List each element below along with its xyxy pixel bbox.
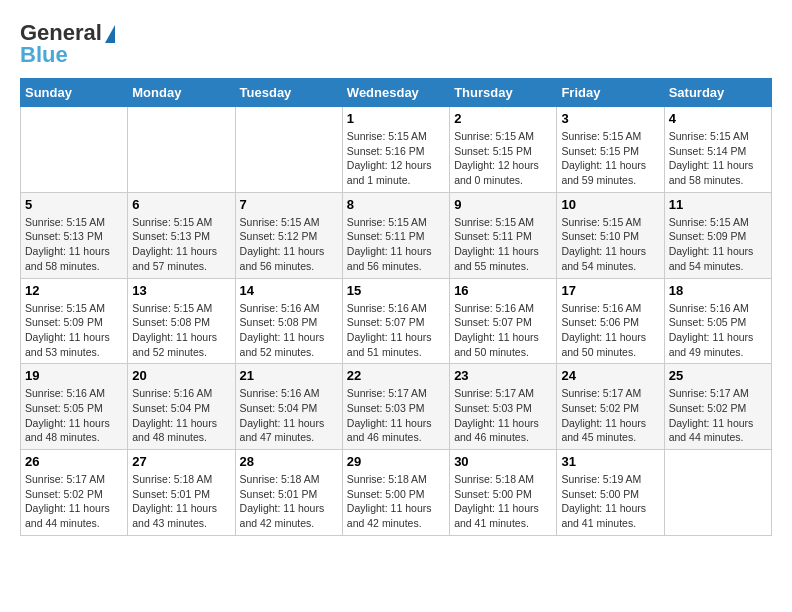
day-number: 5 <box>25 197 123 212</box>
day-number: 25 <box>669 368 767 383</box>
calendar-cell: 18Sunrise: 5:16 AMSunset: 5:05 PMDayligh… <box>664 278 771 364</box>
day-info: Sunrise: 5:15 AMSunset: 5:13 PMDaylight:… <box>25 215 123 274</box>
calendar-cell <box>235 107 342 193</box>
day-number: 19 <box>25 368 123 383</box>
day-info: Sunrise: 5:17 AMSunset: 5:02 PMDaylight:… <box>669 386 767 445</box>
day-info: Sunrise: 5:15 AMSunset: 5:13 PMDaylight:… <box>132 215 230 274</box>
day-info: Sunrise: 5:16 AMSunset: 5:08 PMDaylight:… <box>240 301 338 360</box>
calendar-header-sunday: Sunday <box>21 79 128 107</box>
day-number: 17 <box>561 283 659 298</box>
calendar-cell: 24Sunrise: 5:17 AMSunset: 5:02 PMDayligh… <box>557 364 664 450</box>
calendar-week-1: 5Sunrise: 5:15 AMSunset: 5:13 PMDaylight… <box>21 192 772 278</box>
day-number: 28 <box>240 454 338 469</box>
calendar-header-monday: Monday <box>128 79 235 107</box>
calendar-cell: 29Sunrise: 5:18 AMSunset: 5:00 PMDayligh… <box>342 450 449 536</box>
day-info: Sunrise: 5:17 AMSunset: 5:03 PMDaylight:… <box>347 386 445 445</box>
calendar-cell: 17Sunrise: 5:16 AMSunset: 5:06 PMDayligh… <box>557 278 664 364</box>
day-info: Sunrise: 5:18 AMSunset: 5:00 PMDaylight:… <box>347 472 445 531</box>
day-info: Sunrise: 5:15 AMSunset: 5:12 PMDaylight:… <box>240 215 338 274</box>
calendar-cell: 14Sunrise: 5:16 AMSunset: 5:08 PMDayligh… <box>235 278 342 364</box>
calendar-cell <box>128 107 235 193</box>
day-info: Sunrise: 5:17 AMSunset: 5:03 PMDaylight:… <box>454 386 552 445</box>
day-number: 2 <box>454 111 552 126</box>
day-info: Sunrise: 5:16 AMSunset: 5:07 PMDaylight:… <box>347 301 445 360</box>
day-number: 18 <box>669 283 767 298</box>
day-info: Sunrise: 5:15 AMSunset: 5:15 PMDaylight:… <box>454 129 552 188</box>
day-number: 12 <box>25 283 123 298</box>
calendar-cell: 22Sunrise: 5:17 AMSunset: 5:03 PMDayligh… <box>342 364 449 450</box>
calendar-cell: 15Sunrise: 5:16 AMSunset: 5:07 PMDayligh… <box>342 278 449 364</box>
calendar-cell <box>664 450 771 536</box>
day-number: 15 <box>347 283 445 298</box>
logo-triangle-icon <box>105 25 115 43</box>
day-info: Sunrise: 5:16 AMSunset: 5:05 PMDaylight:… <box>25 386 123 445</box>
day-number: 24 <box>561 368 659 383</box>
day-info: Sunrise: 5:16 AMSunset: 5:06 PMDaylight:… <box>561 301 659 360</box>
calendar-cell: 6Sunrise: 5:15 AMSunset: 5:13 PMDaylight… <box>128 192 235 278</box>
day-number: 22 <box>347 368 445 383</box>
day-info: Sunrise: 5:15 AMSunset: 5:16 PMDaylight:… <box>347 129 445 188</box>
calendar-table: SundayMondayTuesdayWednesdayThursdayFrid… <box>20 78 772 536</box>
logo-blue: Blue <box>20 42 68 68</box>
calendar-cell: 26Sunrise: 5:17 AMSunset: 5:02 PMDayligh… <box>21 450 128 536</box>
day-info: Sunrise: 5:17 AMSunset: 5:02 PMDaylight:… <box>25 472 123 531</box>
day-number: 20 <box>132 368 230 383</box>
calendar-cell: 11Sunrise: 5:15 AMSunset: 5:09 PMDayligh… <box>664 192 771 278</box>
day-info: Sunrise: 5:15 AMSunset: 5:10 PMDaylight:… <box>561 215 659 274</box>
day-number: 21 <box>240 368 338 383</box>
calendar-header-tuesday: Tuesday <box>235 79 342 107</box>
calendar-cell: 2Sunrise: 5:15 AMSunset: 5:15 PMDaylight… <box>450 107 557 193</box>
day-number: 30 <box>454 454 552 469</box>
day-number: 3 <box>561 111 659 126</box>
calendar-header-friday: Friday <box>557 79 664 107</box>
day-number: 26 <box>25 454 123 469</box>
calendar-cell: 5Sunrise: 5:15 AMSunset: 5:13 PMDaylight… <box>21 192 128 278</box>
calendar-cell: 25Sunrise: 5:17 AMSunset: 5:02 PMDayligh… <box>664 364 771 450</box>
day-number: 27 <box>132 454 230 469</box>
calendar-cell: 30Sunrise: 5:18 AMSunset: 5:00 PMDayligh… <box>450 450 557 536</box>
day-number: 9 <box>454 197 552 212</box>
calendar-header-thursday: Thursday <box>450 79 557 107</box>
calendar-week-2: 12Sunrise: 5:15 AMSunset: 5:09 PMDayligh… <box>21 278 772 364</box>
day-number: 29 <box>347 454 445 469</box>
calendar-cell: 27Sunrise: 5:18 AMSunset: 5:01 PMDayligh… <box>128 450 235 536</box>
day-info: Sunrise: 5:15 AMSunset: 5:08 PMDaylight:… <box>132 301 230 360</box>
day-number: 10 <box>561 197 659 212</box>
calendar-cell <box>21 107 128 193</box>
day-info: Sunrise: 5:19 AMSunset: 5:00 PMDaylight:… <box>561 472 659 531</box>
day-info: Sunrise: 5:15 AMSunset: 5:09 PMDaylight:… <box>669 215 767 274</box>
day-info: Sunrise: 5:15 AMSunset: 5:11 PMDaylight:… <box>347 215 445 274</box>
day-info: Sunrise: 5:16 AMSunset: 5:04 PMDaylight:… <box>132 386 230 445</box>
day-info: Sunrise: 5:16 AMSunset: 5:07 PMDaylight:… <box>454 301 552 360</box>
day-info: Sunrise: 5:18 AMSunset: 5:00 PMDaylight:… <box>454 472 552 531</box>
page-header: General Blue <box>20 20 772 68</box>
day-info: Sunrise: 5:15 AMSunset: 5:15 PMDaylight:… <box>561 129 659 188</box>
day-number: 6 <box>132 197 230 212</box>
calendar-cell: 1Sunrise: 5:15 AMSunset: 5:16 PMDaylight… <box>342 107 449 193</box>
calendar-cell: 16Sunrise: 5:16 AMSunset: 5:07 PMDayligh… <box>450 278 557 364</box>
calendar-cell: 12Sunrise: 5:15 AMSunset: 5:09 PMDayligh… <box>21 278 128 364</box>
day-number: 11 <box>669 197 767 212</box>
day-info: Sunrise: 5:16 AMSunset: 5:05 PMDaylight:… <box>669 301 767 360</box>
day-info: Sunrise: 5:17 AMSunset: 5:02 PMDaylight:… <box>561 386 659 445</box>
calendar-cell: 10Sunrise: 5:15 AMSunset: 5:10 PMDayligh… <box>557 192 664 278</box>
calendar-header-wednesday: Wednesday <box>342 79 449 107</box>
calendar-cell: 7Sunrise: 5:15 AMSunset: 5:12 PMDaylight… <box>235 192 342 278</box>
calendar-cell: 9Sunrise: 5:15 AMSunset: 5:11 PMDaylight… <box>450 192 557 278</box>
calendar-cell: 21Sunrise: 5:16 AMSunset: 5:04 PMDayligh… <box>235 364 342 450</box>
calendar-cell: 23Sunrise: 5:17 AMSunset: 5:03 PMDayligh… <box>450 364 557 450</box>
day-number: 14 <box>240 283 338 298</box>
calendar-cell: 20Sunrise: 5:16 AMSunset: 5:04 PMDayligh… <box>128 364 235 450</box>
day-number: 31 <box>561 454 659 469</box>
day-info: Sunrise: 5:15 AMSunset: 5:11 PMDaylight:… <box>454 215 552 274</box>
day-info: Sunrise: 5:15 AMSunset: 5:09 PMDaylight:… <box>25 301 123 360</box>
day-number: 7 <box>240 197 338 212</box>
day-info: Sunrise: 5:18 AMSunset: 5:01 PMDaylight:… <box>132 472 230 531</box>
day-number: 16 <box>454 283 552 298</box>
calendar-cell: 8Sunrise: 5:15 AMSunset: 5:11 PMDaylight… <box>342 192 449 278</box>
calendar-cell: 4Sunrise: 5:15 AMSunset: 5:14 PMDaylight… <box>664 107 771 193</box>
day-number: 13 <box>132 283 230 298</box>
calendar-week-0: 1Sunrise: 5:15 AMSunset: 5:16 PMDaylight… <box>21 107 772 193</box>
day-info: Sunrise: 5:15 AMSunset: 5:14 PMDaylight:… <box>669 129 767 188</box>
day-info: Sunrise: 5:18 AMSunset: 5:01 PMDaylight:… <box>240 472 338 531</box>
